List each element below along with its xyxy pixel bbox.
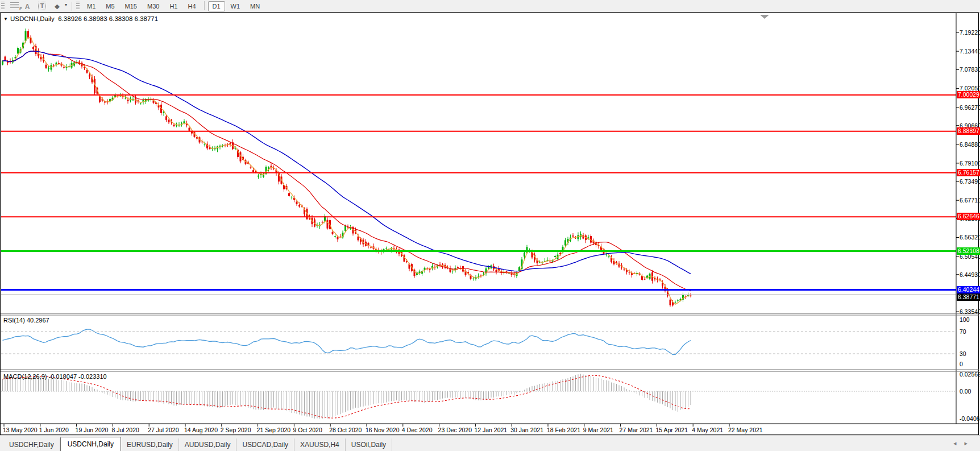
toolbar-separator <box>72 2 72 11</box>
macd-axis-label: 0.00 <box>960 388 980 395</box>
timeframe-button-d1[interactable]: D1 <box>208 1 225 11</box>
price-axis-tick: 6.44930 <box>960 271 980 278</box>
hline-price-label: 6.52108 <box>957 247 980 255</box>
text-label-icon[interactable]: T <box>36 1 48 11</box>
tab-xauusd-h4[interactable]: XAUUSD,H4 <box>294 438 346 451</box>
time-axis-label: 19 Jun 2020 <box>76 427 109 433</box>
rsi-axis-label: 100 <box>960 316 980 323</box>
timeframe-button-mn[interactable]: MN <box>246 1 264 11</box>
macd-axis-label: 0.025623 <box>960 371 980 378</box>
tab-audusd-daily[interactable]: AUDUSD,Daily <box>179 438 237 451</box>
price-axis-tick: 6.84880 <box>960 141 980 148</box>
time-axis-label: 15 Apr 2021 <box>655 427 688 433</box>
timeframe-button-w1[interactable]: W1 <box>226 1 245 11</box>
chart-tab-bar: USDCHF,DailyUSDCNH,DailyEURUSD,DailyAUDU… <box>0 436 980 451</box>
tab-usdcnh-daily[interactable]: USDCNH,Daily <box>60 437 121 451</box>
time-axis-label: 16 Nov 2020 <box>366 427 400 433</box>
tab-scroll-left-icon[interactable]: ◂ <box>953 440 965 446</box>
rsi-axis-label: 30 <box>960 350 980 357</box>
time-axis-label: 14 Aug 2020 <box>184 427 218 433</box>
price-axis-tick: 7.19220 <box>960 29 980 36</box>
price-axis-tick: 7.13440 <box>960 48 980 55</box>
tab-eurusd-daily[interactable]: EURUSD,Daily <box>121 438 179 451</box>
time-axis-label: 12 Jan 2021 <box>474 427 507 433</box>
dropdown-caret-icon[interactable]: ▾ <box>65 2 67 7</box>
hline-price-label: 7.00029 <box>957 91 980 98</box>
rsi-axis-label: 0 <box>960 361 980 367</box>
price-axis-tick: 6.67710 <box>960 197 980 204</box>
hline-price-label: 6.62646 <box>957 213 980 220</box>
price-axis-tick: 6.96270 <box>960 104 980 111</box>
arrow-objects-icon[interactable]: ❖ <box>51 1 63 11</box>
draw-text-icon[interactable]: A <box>21 1 34 11</box>
time-axis-label: 27 Jul 2020 <box>148 427 178 433</box>
time-axis-label: 21 Sep 2020 <box>257 427 291 433</box>
trading-terminal-window: F A T ❖ ▾ M1M5M15M30H1H4D1W1MN ▼USDCNH,D… <box>0 0 980 451</box>
time-axis-label: 9 Oct 2020 <box>293 427 322 433</box>
tab-scroll-right-icon[interactable]: ▸ <box>964 440 975 446</box>
hline-price-label: 6.40244 <box>957 286 980 293</box>
time-axis-label: 8 Jul 2020 <box>111 427 139 433</box>
time-axis-label: 28 Oct 2020 <box>329 427 362 433</box>
chart-shift-marker[interactable] <box>760 15 769 19</box>
toolbar-grip-2[interactable] <box>76 2 80 10</box>
time-axis-label: 2 Sep 2020 <box>221 427 251 433</box>
chart-symbol: USDCNH,Daily <box>10 15 55 22</box>
price-chart-canvas[interactable] <box>0 13 980 436</box>
time-axis-label: 4 Dec 2020 <box>402 427 433 433</box>
toolbar-separator <box>204 1 205 10</box>
tab-usdcad-daily[interactable]: USDCAD,Daily <box>236 438 294 451</box>
price-axis-tick: 6.33540 <box>960 308 980 315</box>
rsi-axis-label: 70 <box>960 328 980 335</box>
timeframe-buttons: M1M5M15M30H1H4D1W1MN <box>82 1 265 11</box>
tab-usoil-daily[interactable]: USOil,Daily <box>346 438 392 451</box>
timeframe-button-h1[interactable]: H1 <box>165 1 182 11</box>
expander-icon[interactable]: ▼ <box>3 16 8 22</box>
chart-title: ▼USDCNH,Daily 6.38926 6.38983 6.38308 6.… <box>3 15 158 22</box>
time-axis-label: 1 Jun 2020 <box>39 427 69 433</box>
tab-scrollers: ◂▸ <box>953 440 975 447</box>
price-axis-tick: 7.07830 <box>960 66 980 73</box>
timeframe-button-m5[interactable]: M5 <box>101 1 119 11</box>
time-axis-label: 4 May 2021 <box>692 427 723 433</box>
time-axis-label: 27 Mar 2021 <box>620 427 653 433</box>
timeframe-button-m1[interactable]: M1 <box>82 1 100 11</box>
time-axis-label: 18 Feb 2021 <box>547 427 580 433</box>
macd-axis-label: -0.04068 <box>960 415 980 422</box>
time-axis-label: 22 May 2021 <box>728 427 763 433</box>
time-axis-label: 9 Mar 2021 <box>583 427 613 433</box>
toolbar-grip[interactable] <box>1 2 5 10</box>
hline-price-label: 6.88897 <box>957 127 980 135</box>
time-axis-label: 13 May 2020 <box>3 427 38 433</box>
chart-ohlc: 6.38926 6.38983 6.38308 6.38771 <box>58 15 158 22</box>
tab-usdchf-daily[interactable]: USDCHF,Daily <box>3 438 60 451</box>
toolbar: F A T ❖ ▾ M1M5M15M30H1H4D1W1MN <box>0 0 980 13</box>
current-price-label: 6.38771 <box>957 293 980 301</box>
rsi-indicator-label: RSI(14) 40.2967 <box>3 317 49 324</box>
time-axis-label: 30 Jan 2021 <box>510 427 543 433</box>
hline-price-label: 6.76157 <box>957 169 980 176</box>
price-axis-tick: 6.56320 <box>960 234 980 241</box>
timeframe-button-m15[interactable]: M15 <box>121 1 142 11</box>
time-axis-label: 23 Dec 2020 <box>438 427 472 433</box>
timeframe-button-h4[interactable]: H4 <box>183 1 200 11</box>
price-axis-tick: 6.79100 <box>960 160 980 167</box>
fibonacci-icon[interactable]: F <box>10 2 19 9</box>
macd-indicator-label: MACD(12,26,9) -0.018047 -0.023310 <box>3 373 107 380</box>
price-axis-tick: 6.73490 <box>960 178 980 185</box>
timeframe-button-m30[interactable]: M30 <box>143 1 164 11</box>
